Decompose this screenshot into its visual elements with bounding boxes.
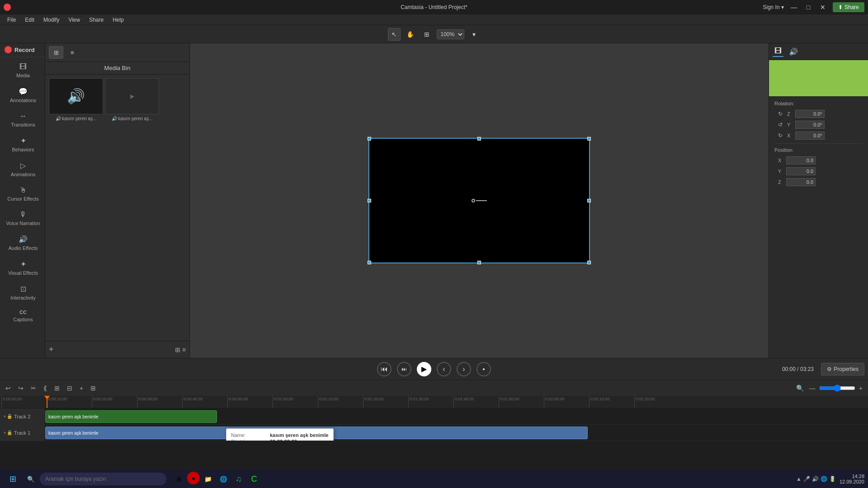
position-y-input[interactable]: [786, 167, 816, 175]
sidebar-item-behaviors[interactable]: ✦ Behaviors: [0, 132, 45, 157]
taskbar-app-1[interactable]: ●: [187, 472, 200, 484]
sidebar-item-voice-narration[interactable]: 🎙 Voice Narration: [0, 206, 45, 230]
position-z-input[interactable]: [786, 178, 816, 186]
step-forward-button[interactable]: ‹: [437, 362, 451, 376]
step-back-button[interactable]: ⏭: [397, 362, 411, 376]
crop-tool-button[interactable]: ⊞: [420, 28, 433, 41]
maximize-button[interactable]: □: [802, 3, 815, 12]
sidebar-item-media[interactable]: 🎞 Media: [0, 58, 45, 83]
handle-middle-right[interactable]: [587, 199, 591, 202]
undo-button[interactable]: ↩: [4, 384, 13, 393]
grid-view-button[interactable]: ⊞: [175, 345, 180, 354]
rotation-z-row: ↻ Z: [774, 110, 863, 118]
menu-share[interactable]: Share: [85, 16, 107, 24]
zoom-in-plus-button[interactable]: +: [857, 384, 864, 393]
properties-button[interactable]: ⚙ Properties: [821, 363, 864, 375]
add-track-button[interactable]: +: [78, 384, 85, 393]
menu-modify[interactable]: Modify: [40, 16, 63, 24]
handle-bottom-right[interactable]: [587, 261, 591, 264]
menu-edit[interactable]: Edit: [21, 16, 38, 24]
media-bin-header: Media Bin: [45, 62, 189, 75]
y-axis-label: Y: [787, 122, 793, 127]
rotation-y-input[interactable]: [795, 121, 825, 129]
position-y-row: Y: [774, 167, 863, 175]
copy-button[interactable]: ⊞: [52, 384, 61, 393]
record-button[interactable]: Record: [0, 43, 45, 56]
minimize-button[interactable]: —: [788, 3, 800, 12]
media-item-1[interactable]: ▶ 🔊 kasım şeren aş...: [105, 78, 159, 121]
view-buttons: ⊞ ≡: [175, 345, 186, 354]
track-1-lock[interactable]: 🔒: [7, 430, 12, 435]
menu-file[interactable]: File: [4, 16, 19, 24]
sidebar-item-animations[interactable]: ▷ Animations: [0, 157, 45, 182]
taskbar-date-display: 12.09.2020: [840, 479, 864, 484]
playhead[interactable]: [47, 396, 47, 408]
fullscreen-button[interactable]: ●: [476, 362, 491, 376]
sidebar-item-interactivity[interactable]: ⊡ Interactivity: [0, 280, 45, 305]
sidebar-item-audio-effects[interactable]: 🔊 Audio Effects: [0, 230, 45, 255]
handle-top-right[interactable]: [587, 137, 591, 141]
sidebar-item-annotations[interactable]: 💬 Annotations: [0, 83, 45, 108]
play-button[interactable]: ▶: [417, 362, 431, 376]
interactivity-icon: ⊡: [20, 285, 26, 293]
split-button[interactable]: ⟪: [42, 384, 49, 393]
taskbar-search-input[interactable]: [40, 473, 166, 485]
add-media-button[interactable]: +: [49, 345, 54, 354]
taskbar-app-4[interactable]: ♫: [231, 472, 246, 486]
handle-bottom-left[interactable]: [368, 261, 371, 264]
taskbar-app-5[interactable]: C: [247, 472, 261, 486]
sidebar-item-visual-effects[interactable]: ✦ Visual Effects: [0, 255, 45, 280]
rotation-z-input[interactable]: [795, 110, 825, 118]
media-list-tab[interactable]: ≡: [65, 46, 80, 59]
list-view-button[interactable]: ≡: [182, 345, 186, 354]
taskbar: ⊞ 🔍 ⊞ ● 📁 🌐 ♫ C ▲ 🎤 🔊 🌐 🔋 14:28 12.09.20…: [0, 470, 868, 488]
zoom-dropdown-button[interactable]: ▾: [468, 28, 481, 41]
start-button[interactable]: ⊞: [4, 472, 22, 486]
handle-middle-left[interactable]: [368, 199, 371, 202]
fast-forward-button[interactable]: ›: [457, 362, 471, 376]
sidebar-item-cursor-effects[interactable]: 🖱 Cursor Effects: [0, 182, 45, 206]
menu-help[interactable]: Help: [109, 16, 127, 24]
media-item-0[interactable]: 🔊 🔊 kasım şeren aş...: [49, 78, 103, 121]
taskview-button[interactable]: ⊞: [172, 472, 186, 486]
table-row: ▾ 🔒 Track 1 kasım şeren aşk benimle Nam: [0, 425, 868, 441]
sidebar-item-transitions[interactable]: ↔ Transitions: [0, 108, 45, 132]
cut-button[interactable]: ✂: [29, 384, 38, 393]
close-button[interactable]: ✕: [816, 3, 829, 12]
taskbar-app-3[interactable]: 🌐: [216, 472, 231, 486]
handle-top-center[interactable]: [477, 137, 481, 141]
track-2-collapse[interactable]: ▾: [4, 414, 6, 419]
menu-view[interactable]: View: [65, 16, 84, 24]
rotation-x-input[interactable]: [795, 131, 825, 140]
handle-top-left[interactable]: [368, 137, 371, 141]
share-button-top[interactable]: ⬆ Share: [833, 2, 864, 12]
track-1-collapse[interactable]: ▾: [4, 430, 6, 435]
properties-panel: 🎞 🔊 Rotation: ↻ Z ↺ Y ↻ X: [769, 43, 868, 358]
taskbar-app-2[interactable]: 📁: [201, 472, 215, 486]
ruler-mark-9: 0:01:30;00: [408, 396, 429, 408]
select-tool-button[interactable]: ↖: [388, 28, 401, 41]
hand-tool-button[interactable]: ✋: [404, 28, 417, 41]
track-2-lock[interactable]: 🔒: [7, 414, 12, 419]
rewind-button[interactable]: ⏮: [377, 362, 392, 376]
video-properties-tab[interactable]: 🎞: [773, 46, 783, 57]
preview-canvas[interactable]: [368, 138, 590, 263]
track-2-clip[interactable]: kasım şeren aşk benimle: [45, 410, 217, 423]
sidebar-item-captions[interactable]: CC Captions: [0, 305, 45, 327]
search-button[interactable]: 🔍: [24, 472, 38, 486]
pos-z-label: Z: [778, 179, 784, 185]
position-x-input[interactable]: [786, 156, 816, 164]
track-settings-button[interactable]: ⊞: [89, 384, 98, 393]
handle-bottom-center[interactable]: [477, 261, 481, 264]
zoom-slider[interactable]: [819, 385, 855, 392]
sign-in-button[interactable]: Sign In ▾: [763, 4, 784, 10]
media-grid-tab[interactable]: ⊞: [49, 46, 63, 59]
zoom-select[interactable]: 100% 75% 50% 125%: [437, 29, 464, 39]
audio-properties-tab[interactable]: 🔊: [787, 47, 800, 57]
zoom-in-button[interactable]: 🔍: [794, 384, 806, 393]
redo-button[interactable]: ↪: [16, 384, 25, 393]
preview-center-marker: [472, 199, 487, 202]
track-2-clip-label: kasım şeren aşk benimle: [48, 414, 99, 419]
zoom-out-button[interactable]: —: [807, 384, 817, 393]
paste-button[interactable]: ⊟: [65, 384, 74, 393]
